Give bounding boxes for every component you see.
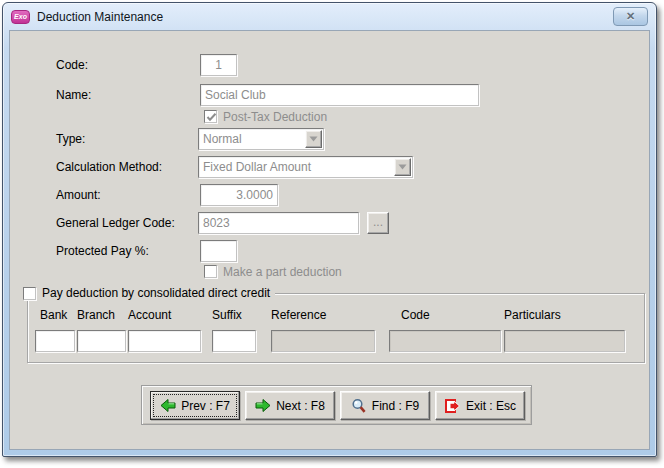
part-deduction-label: Make a part deduction (223, 261, 342, 283)
gl-code-browse-button: ... (367, 212, 389, 234)
suffix-column-header: Suffix (212, 308, 242, 322)
find-button-label: Find : F9 (372, 399, 419, 413)
name-label: Name: (56, 84, 91, 106)
calculation-method-label: Calculation Method: (56, 156, 162, 178)
arrow-left-icon (160, 398, 176, 413)
direct-credit-caption: Pay deduction by consolidated direct cre… (18, 285, 275, 301)
next-button-label: Next : F8 (276, 399, 325, 413)
chevron-down-icon (398, 164, 407, 170)
window-title: Deduction Maintenance (37, 10, 606, 24)
calculation-method-value: Fixed Dollar Amount (203, 160, 311, 174)
find-button[interactable]: Find : F9 (340, 391, 430, 420)
code-column-header: Code (401, 308, 430, 322)
protected-pay-label: Protected Pay %: (56, 240, 149, 262)
particulars-column-header: Particulars (504, 308, 561, 322)
magnifier-icon (351, 398, 367, 414)
dialog-body: Code: 1 Name: Social Club Post-Tax Deduc… (9, 30, 650, 450)
next-button[interactable]: Next : F8 (245, 391, 335, 420)
calculation-method-dropdown-arrow (394, 158, 411, 176)
general-ledger-code-field: 8023 (198, 212, 359, 234)
type-dropdown-arrow (305, 130, 322, 148)
particulars-field (504, 330, 625, 352)
type-value: Normal (203, 132, 242, 146)
direct-credit-checkbox[interactable] (23, 287, 36, 300)
calculation-method-dropdown: Fixed Dollar Amount (198, 156, 413, 178)
code-field: 1 (200, 54, 237, 76)
part-deduction-checkbox (204, 265, 217, 278)
navigation-button-panel: Prev : F7 Next : F8 Find : F9 (141, 385, 532, 425)
titlebar: Exo Deduction Maintenance ✕ (3, 3, 656, 30)
check-icon (205, 111, 218, 124)
bank-field[interactable] (35, 330, 75, 352)
post-tax-label: Post-Tax Deduction (223, 106, 327, 128)
prev-button-label: Prev : F7 (181, 399, 230, 413)
branch-field[interactable] (77, 330, 126, 352)
suffix-field[interactable] (212, 330, 256, 352)
reference-field (271, 330, 375, 352)
deduction-maintenance-window: Exo Deduction Maintenance ✕ Code: 1 Name… (2, 2, 657, 457)
type-dropdown: Normal (198, 128, 324, 150)
amount-field: 3.0000 (200, 184, 278, 206)
post-tax-checkbox (204, 110, 217, 123)
direct-credit-groupbox: Pay deduction by consolidated direct cre… (27, 293, 645, 363)
protected-pay-field[interactable] (200, 240, 237, 262)
arrow-right-icon (255, 398, 271, 413)
close-button[interactable]: ✕ (613, 7, 648, 26)
code-field-dc (389, 330, 501, 352)
general-ledger-code-label: General Ledger Code: (56, 212, 175, 234)
exit-icon (444, 398, 461, 414)
exit-button[interactable]: Exit : Esc (435, 391, 525, 420)
reference-column-header: Reference (271, 308, 326, 322)
amount-label: Amount: (56, 184, 101, 206)
code-label: Code: (56, 54, 88, 76)
name-field: Social Club (200, 84, 479, 106)
exit-button-label: Exit : Esc (466, 399, 516, 413)
account-column-header: Account (128, 308, 171, 322)
direct-credit-label: Pay deduction by consolidated direct cre… (42, 285, 270, 301)
branch-column-header: Branch (77, 308, 115, 322)
bank-column-header: Bank (40, 308, 67, 322)
chevron-down-icon (309, 136, 318, 142)
exo-app-icon: Exo (11, 10, 30, 24)
prev-button[interactable]: Prev : F7 (150, 391, 240, 420)
type-label: Type: (56, 128, 85, 150)
account-field[interactable] (128, 330, 201, 352)
